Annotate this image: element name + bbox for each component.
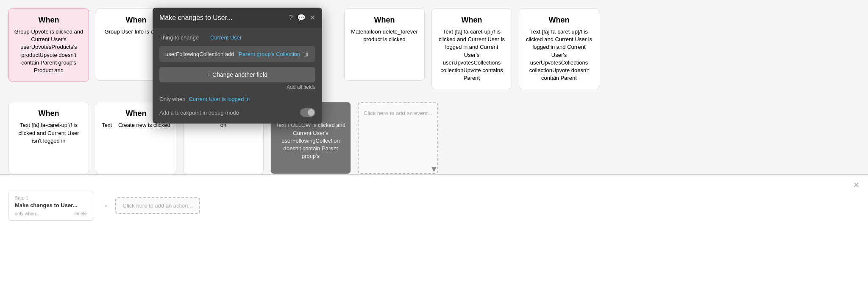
modal-body: Thing to change Current User userFollowi… [153, 28, 322, 124]
only-when-value[interactable]: Current User is logged in [189, 96, 250, 102]
add-all-fields[interactable]: Add all fields [159, 84, 315, 90]
event-card-3[interactable]: When MaterialIcon delete_forever product… [344, 8, 425, 81]
card-5-title: When [549, 16, 570, 25]
help-icon[interactable]: ? [289, 14, 293, 22]
card-4-body: Text [fa] fa-caret-up[/f is clicked and … [437, 28, 506, 82]
canvas-area: When Group Upvote is clicked and Current… [0, 0, 868, 174]
thing-to-change-label: Thing to change [159, 34, 210, 41]
change-field-row: userFollowingCollection add Parent group… [159, 46, 315, 62]
only-when-label: Only when [159, 96, 185, 102]
section-chevron: ▼ [430, 164, 438, 174]
workflow-step-2-placeholder[interactable]: Click here to add an action... [115, 197, 200, 214]
card-7-title: When [126, 109, 147, 118]
step-1-condition: only when... [15, 211, 40, 216]
breakpoint-label: Add a breakpoint in debug mode [159, 110, 239, 116]
card-6-title: When [39, 109, 59, 118]
breakpoint-row: Add a breakpoint in debug mode [159, 108, 315, 117]
thing-to-change-value[interactable]: Current User [210, 34, 242, 41]
event-card-6[interactable]: When Text [fa] fa-caret-up[/f is clicked… [8, 102, 89, 174]
card-6-body: Text [fa] fa-caret-up[/f is clicked and … [14, 121, 83, 145]
card-3-body: MaterialIcon delete_forever product is c… [350, 28, 419, 43]
modal-title: Make changes to User... [159, 14, 233, 22]
step-1-number: Step 1 [15, 195, 87, 200]
card-10-body: Click here to add an event... [364, 110, 432, 117]
event-card-10[interactable]: Click here to add an event... [358, 102, 438, 174]
card-1-title: When [39, 16, 59, 25]
workflow-step-1[interactable]: Step 1 Make changes to User... only when… [8, 191, 93, 221]
step-2-placeholder-text: Click here to add an action... [123, 202, 193, 209]
workflow-close-icon[interactable]: ✕ [853, 180, 860, 190]
modal-header: Make changes to User... ? 💬 ✕ [153, 8, 322, 28]
event-card-4[interactable]: When Text [fa] fa-caret-up[/f is clicked… [431, 8, 512, 89]
step-1-title: Make changes to User... [15, 202, 87, 208]
add-field-button[interactable]: + Change another field [159, 67, 315, 82]
delete-field-icon[interactable]: 🗑 [303, 50, 309, 58]
breakpoint-toggle[interactable] [300, 108, 315, 117]
workflow-arrow-icon: → [100, 201, 108, 211]
modal-close-icon[interactable]: ✕ [310, 14, 315, 22]
workflow-area: ✕ Step 1 Make changes to User... only wh… [0, 174, 868, 298]
step-1-actions: only when... delete [15, 211, 87, 216]
change-field-link[interactable]: Parent group's Collection [239, 51, 300, 57]
card-1-body: Group Upvote is clicked and Current User… [14, 28, 83, 74]
cards-row-1: When Group Upvote is clicked and Current… [0, 0, 868, 98]
thing-to-change-row: Thing to change Current User [159, 34, 315, 41]
modal-header-icons: ? 💬 ✕ [289, 14, 315, 22]
change-field-text-plain: userFollowingCollection add [165, 51, 234, 57]
step-1-delete[interactable]: delete [74, 211, 87, 216]
card-9-body: Text FOLLOW is clicked and Current User'… [276, 121, 345, 160]
card-4-title: When [462, 16, 482, 25]
event-card-1[interactable]: When Group Upvote is clicked and Current… [8, 8, 89, 82]
only-when-row: Only when Current User is logged in [159, 96, 315, 102]
card-2-title: When [126, 16, 147, 25]
comment-icon[interactable]: 💬 [297, 14, 306, 22]
event-card-5[interactable]: When Text [fa] fa-caret-up[/f is clicked… [519, 8, 599, 89]
workflow-steps: Step 1 Make changes to User... only when… [8, 191, 860, 221]
card-5-body: Text [fa] fa-caret-up[/f is clicked and … [524, 28, 594, 82]
make-changes-modal: Make changes to User... ? 💬 ✕ Thing to c… [153, 8, 322, 124]
change-field-text: userFollowingCollection add Parent group… [165, 51, 300, 57]
card-3-title: When [374, 16, 395, 25]
